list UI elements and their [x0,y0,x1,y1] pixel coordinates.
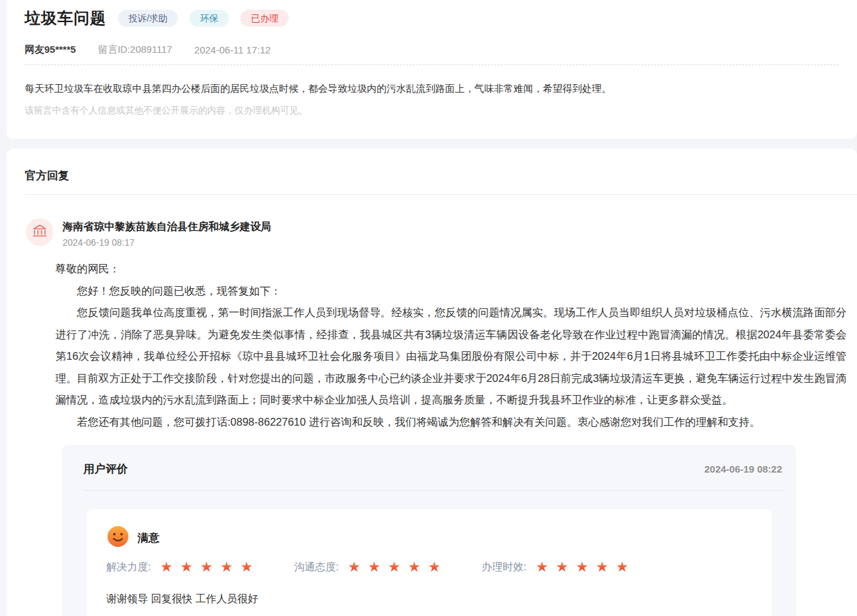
message-meta-row: 网友95****5 留言ID:20891117 2024-06-11 17:12 [25,42,839,57]
star-icon: ★ [388,560,401,574]
author-name: 网友95****5 [25,44,76,56]
rating-group: 沟通态度:★★★★★ [294,560,448,574]
message-timestamp: 2024-06-11 17:12 [194,44,270,55]
reply-header: 海南省琼中黎族苗族自治县住房和城乡建设局 2024-06-19 08:17 [26,218,857,248]
page-title: 垃圾车问题 [25,8,106,29]
sentiment-row: 满意 [106,525,752,551]
reply-section-title: 官方回复 [7,149,857,183]
reply-paragraphs: 尊敬的网民：您好！您反映的问题已收悉，现答复如下：您反馈问题我单位高度重视，第一… [55,258,847,433]
message-title-row: 垃圾车问题 投诉/求助 环保 已办理 [25,4,839,33]
star-icon: ★ [428,560,441,574]
official-reply-card: 官方回复 海南省琼中黎族苗族自治县住房和城乡建设局 2024-06-19 08:… [7,149,857,616]
star-icon: ★ [240,560,253,574]
message-content: 每天环卫垃圾车在收取琼中县第四办公楼后面的居民垃圾点时候，都会导致垃圾内的污水乱… [25,81,839,96]
message-card: 垃圾车问题 投诉/求助 环保 已办理 网友95****5 留言ID:208911… [7,0,857,139]
reply-org-name: 海南省琼中黎族苗族自治县住房和城乡建设局 [63,220,271,234]
tag-category[interactable]: 环保 [190,10,229,27]
reply-org-block: 海南省琼中黎族苗族自治县住房和城乡建设局 2024-06-19 08:17 [63,218,271,248]
privacy-note: 该留言中含有个人信息或其他不便公开展示的内容，仅办理机构可见。 [25,105,839,117]
sentiment-label: 满意 [138,531,160,546]
reply-paragraph: 尊敬的网民： [55,258,847,280]
evaluation-title: 用户评价 [83,462,128,477]
status-badge: 已办理 [240,10,289,27]
star-icon: ★ [536,560,549,574]
star-icon: ★ [200,560,213,574]
user-evaluation-box: 用户评价 2024-06-19 08:22 [62,445,796,616]
star-icon: ★ [575,560,588,574]
evaluation-timestamp: 2024-06-19 08:22 [704,463,782,475]
reply-paragraph: 若您还有其他问题，您可拨打话:0898-86227610 进行咨询和反映，我们将… [55,411,847,433]
satisfied-emoji-icon [106,525,130,551]
dashed-divider [25,65,839,65]
star-icon: ★ [160,560,173,574]
star-icon: ★ [180,560,193,574]
star-icon: ★ [348,560,361,574]
rating-label: 沟通态度: [294,561,338,574]
star-icon: ★ [368,560,381,574]
star-icon: ★ [408,560,421,574]
avatar [26,218,53,246]
rating-label: 办理时效: [482,561,526,574]
reply-paragraph: 您好！您反映的问题已收悉，现答复如下： [55,280,847,302]
rating-label: 解决力度: [106,561,151,574]
star-icon: ★ [616,560,629,574]
rating-group: 办理时效:★★★★★ [482,560,635,574]
section-divider [25,194,857,195]
evaluation-divider [83,490,785,491]
institution-icon [32,223,48,241]
star-icon: ★ [596,560,609,574]
reply-timestamp: 2024-06-19 08:17 [63,237,271,248]
evaluation-comment: 谢谢领导 回复很快 工作人员很好 [106,593,752,606]
rating-group: 解决力度:★★★★★ [106,560,260,574]
evaluation-card: 满意 解决力度:★★★★★沟通态度:★★★★★办理时效:★★★★★ 谢谢领导 回… [87,509,772,616]
message-id: 留言ID:20891117 [98,44,172,56]
reply-paragraph: 您反馈问题我单位高度重视，第一时间指派工作人员到现场督导。经核实，您反馈的问题情… [55,302,847,411]
ratings-row: 解决力度:★★★★★沟通态度:★★★★★办理时效:★★★★★ [106,560,752,574]
evaluation-header: 用户评价 2024-06-19 08:22 [62,445,796,477]
star-icon: ★ [220,560,233,574]
star-icon: ★ [555,560,568,574]
tag-complaint-type[interactable]: 投诉/求助 [118,10,178,27]
